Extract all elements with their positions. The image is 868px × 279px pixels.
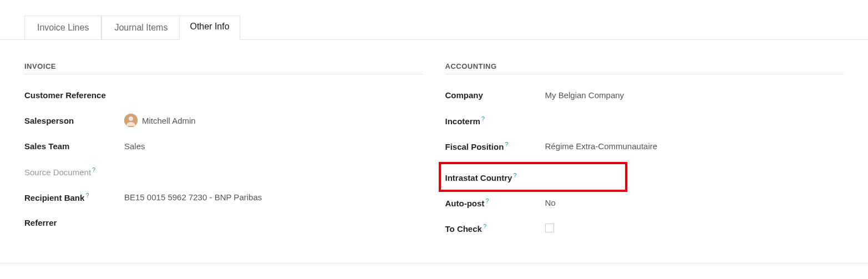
page-container: Invoice Lines Journal Items Other Info I…: [0, 16, 868, 263]
recipient-bank-row: Recipient Bank? BE15 0015 5962 7230 - BN…: [24, 190, 423, 204]
referrer-row: Referrer: [24, 215, 423, 230]
salesperson-name: Mitchell Admin: [142, 116, 196, 125]
customer-reference-row: Customer Reference: [24, 88, 423, 102]
referrer-label: Referrer: [24, 218, 124, 227]
avatar: [124, 114, 138, 127]
intrastat-highlight: Intrastat Country?: [439, 162, 627, 192]
incoterm-label: Incoterm?: [445, 115, 545, 126]
help-icon[interactable]: ?: [85, 192, 89, 199]
invoice-section-title: INVOICE: [24, 62, 423, 74]
source-document-label: Source Document?: [24, 166, 124, 177]
fiscal-position-label: Fiscal Position?: [445, 141, 545, 151]
to-check-checkbox[interactable]: [545, 224, 554, 232]
salesperson-label: Salesperson: [24, 116, 124, 125]
intrastat-country-row: Intrastat Country?: [445, 170, 621, 184]
company-label: Company: [445, 90, 545, 100]
source-document-row: Source Document?: [24, 164, 423, 179]
auto-post-value[interactable]: No: [545, 198, 556, 207]
salesperson-row: Salesperson Mitchell Admin: [24, 113, 423, 128]
tab-bar: Invoice Lines Journal Items Other Info: [24, 16, 868, 40]
content-area: INVOICE Customer Reference Salesperson M: [0, 40, 868, 263]
help-icon[interactable]: ?: [505, 141, 508, 148]
intrastat-country-label: Intrastat Country?: [445, 172, 545, 182]
tab-other-info[interactable]: Other Info: [179, 16, 240, 40]
avatar-icon: [124, 114, 138, 127]
sales-team-value[interactable]: Sales: [124, 141, 145, 151]
to-check-row: To Check?: [445, 221, 844, 235]
sales-team-row: Sales Team Sales: [24, 139, 423, 153]
help-icon[interactable]: ?: [513, 172, 516, 179]
to-check-label: To Check?: [445, 223, 545, 234]
help-icon[interactable]: ?: [92, 166, 95, 173]
incoterm-row: Incoterm?: [445, 113, 844, 128]
invoice-column: INVOICE Customer Reference Salesperson M: [24, 62, 423, 246]
recipient-bank-value[interactable]: BE15 0015 5962 7230 - BNP Paribas: [124, 192, 262, 202]
company-row: Company My Belgian Company: [445, 88, 844, 102]
fiscal-position-value[interactable]: Régime Extra-Communautaire: [545, 141, 658, 151]
fiscal-position-row: Fiscal Position? Régime Extra-Communauta…: [445, 139, 844, 153]
accounting-column: ACCOUNTING Company My Belgian Company In…: [445, 62, 844, 246]
help-icon[interactable]: ?: [485, 197, 489, 204]
svg-point-1: [129, 116, 133, 121]
auto-post-label: Auto-post?: [445, 197, 545, 208]
recipient-bank-label: Recipient Bank?: [24, 192, 124, 202]
help-icon[interactable]: ?: [481, 115, 485, 122]
to-check-value: [545, 224, 554, 232]
sales-team-label: Sales Team: [24, 141, 124, 151]
auto-post-row: Auto-post? No: [445, 195, 844, 210]
bottom-divider: [0, 263, 868, 263]
customer-reference-label: Customer Reference: [24, 90, 124, 100]
tab-invoice-lines[interactable]: Invoice Lines: [24, 16, 101, 40]
accounting-section-title: ACCOUNTING: [445, 62, 844, 74]
company-value[interactable]: My Belgian Company: [545, 90, 625, 100]
help-icon[interactable]: ?: [483, 223, 486, 230]
tab-journal-items[interactable]: Journal Items: [101, 16, 180, 40]
salesperson-value[interactable]: Mitchell Admin: [124, 114, 196, 127]
